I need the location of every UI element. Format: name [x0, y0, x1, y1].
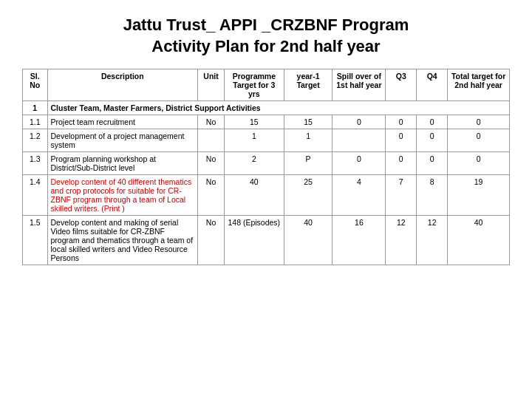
cell-total: 0 [448, 115, 510, 129]
cell-q3: 0 [386, 152, 417, 175]
cell-total: 0 [448, 129, 510, 152]
cell-sl: 1 [23, 101, 48, 115]
table-row: 1.3Program planning workshop at District… [23, 152, 510, 175]
activity-table: Sl. No Description Unit Programme Target… [22, 69, 510, 265]
header-spill-over: Spill over of 1st half year [332, 69, 386, 101]
table-row: 1.1Project team recruitmentNo15150000 [23, 115, 510, 129]
cell-description: Development of a project management syst… [47, 129, 198, 152]
header-description: Description [47, 69, 198, 101]
cell-sl: 1.5 [23, 216, 48, 265]
table-row: 1.5Develop content and making of serial … [23, 216, 510, 265]
table-row: 1Cluster Team, Master Farmers, District … [23, 101, 510, 115]
cell-spill-over: 16 [332, 216, 386, 265]
cell-description: Develop content of 40 different thematic… [47, 175, 198, 216]
cell-sl: 1.3 [23, 152, 48, 175]
cell-total: 0 [448, 152, 510, 175]
cell-unit: No [198, 216, 225, 265]
header-programme-target: Programme Target for 3 yrs [224, 69, 284, 101]
cell-group-header: Cluster Team, Master Farmers, District S… [47, 101, 509, 115]
cell-q3: 0 [386, 115, 417, 129]
cell-year1-target: 40 [284, 216, 332, 265]
cell-q4: 0 [417, 152, 448, 175]
cell-unit: No [198, 152, 225, 175]
cell-q4: 8 [417, 175, 448, 216]
cell-spill-over: 4 [332, 175, 386, 216]
header-year1-target: year-1 Target [284, 69, 332, 101]
cell-unit: No [198, 115, 225, 129]
header-unit: Unit [198, 69, 225, 101]
header-total-target: Total target for 2nd half year [448, 69, 510, 101]
cell-year1-target: 25 [284, 175, 332, 216]
cell-sl: 1.4 [23, 175, 48, 216]
cell-prog-target: 148 (Episodes) [224, 216, 284, 265]
cell-spill-over [332, 129, 386, 152]
cell-sl: 1.2 [23, 129, 48, 152]
cell-prog-target: 15 [224, 115, 284, 129]
cell-sl: 1.1 [23, 115, 48, 129]
cell-prog-target: 40 [224, 175, 284, 216]
cell-description: Develop content and making of serial Vid… [47, 216, 198, 265]
cell-description: Program planning workshop at District/Su… [47, 152, 198, 175]
table-row: 1.4Develop content of 40 different thema… [23, 175, 510, 216]
cell-total: 19 [448, 175, 510, 216]
cell-description: Project team recruitment [47, 115, 198, 129]
cell-prog-target: 1 [224, 129, 284, 152]
cell-spill-over: 0 [332, 152, 386, 175]
cell-q3: 12 [386, 216, 417, 265]
cell-spill-over: 0 [332, 115, 386, 129]
table-row: 1.2Development of a project management s… [23, 129, 510, 152]
header-q4: Q4 [417, 69, 448, 101]
page-title: Jattu Trust_ APPI _CRZBNF Program Activi… [22, 15, 510, 57]
cell-unit: No [198, 175, 225, 216]
cell-prog-target: 2 [224, 152, 284, 175]
cell-q3: 7 [386, 175, 417, 216]
cell-q4: 0 [417, 115, 448, 129]
cell-q3: 0 [386, 129, 417, 152]
cell-year1-target: 15 [284, 115, 332, 129]
header-sl-no: Sl. No [23, 69, 48, 101]
cell-total: 40 [448, 216, 510, 265]
cell-q4: 0 [417, 129, 448, 152]
cell-year1-target: 1 [284, 129, 332, 152]
cell-unit [198, 129, 225, 152]
cell-year1-target: P [284, 152, 332, 175]
cell-q4: 12 [417, 216, 448, 265]
header-q3: Q3 [386, 69, 417, 101]
